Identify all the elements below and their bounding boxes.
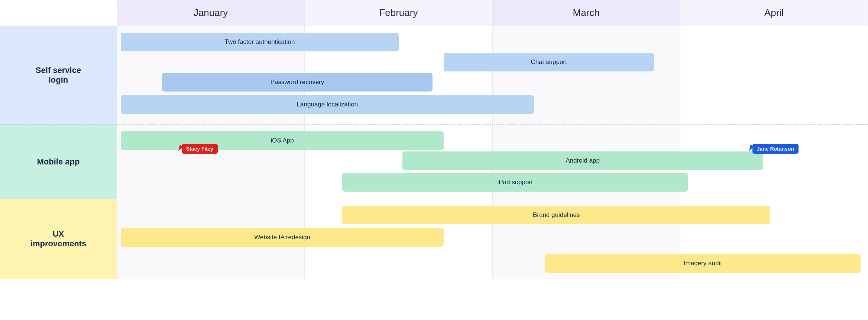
row-ux-improvements: Brand guidelines Website IA redesign Ima… [117,199,868,279]
bar-two-factor-label: Two factor authentication [224,38,295,46]
month-february: February [305,0,492,26]
row-self-service: Two factor authentication Chat support P… [117,26,868,125]
gantt-container: Self servicelogin Mobile app UXimproveme… [0,0,868,320]
bar-chat-support[interactable]: Chat support [444,53,654,71]
bar-website-ia[interactable]: Website IA redesign [121,228,444,247]
row-mobile-app: iOS App Stacy Fitzy Android app iPad sup… [117,125,868,199]
bar-chat-support-label: Chat support [531,58,567,66]
cursor-stacy-fitzy: Stacy Fitzy [177,144,218,154]
month-january: January [117,0,305,26]
bar-language-localization-label: Language localization [297,101,358,108]
bar-password-recovery-label: Password recovery [271,79,324,86]
gantt-chart: January February March April Two factor … [117,0,868,320]
bar-ios-app[interactable]: iOS App [121,131,444,150]
group-label-mobile-app: Mobile app [0,125,117,199]
bar-brand-guidelines[interactable]: Brand guidelines [342,206,770,224]
bar-website-ia-label: Website IA redesign [254,234,310,241]
gantt-labels: Self servicelogin Mobile app UXimproveme… [0,0,117,320]
cursor-jane-rotanson: Jane Rotanson [748,144,799,154]
stacy-cursor-label: Stacy Fitzy [182,144,218,154]
bar-android-app-label: Android app [566,157,600,164]
month-march: March [493,0,680,26]
bar-android-app[interactable]: Android app [402,151,763,170]
month-april: April [680,0,868,26]
jane-cursor-label: Jane Rotanson [752,144,799,154]
bar-brand-guidelines-label: Brand guidelines [533,211,580,219]
bar-language-localization[interactable]: Language localization [121,95,534,114]
bar-ipad-support[interactable]: iPad support [342,173,688,192]
group-label-ux: UXimprovements [0,199,117,279]
bar-imagery-audit-label: Imagery audit [684,260,722,267]
bar-ipad-support-label: iPad support [497,179,532,186]
bar-imagery-audit[interactable]: Imagery audit [545,254,861,273]
bar-two-factor[interactable]: Two factor authentication [121,33,399,51]
bar-ios-app-label: iOS App [271,137,294,144]
month-headers: January February March April [117,0,868,26]
bar-password-recovery[interactable]: Password recovery [162,73,433,92]
label-header [0,0,117,26]
group-label-self-service: Self servicelogin [0,26,117,125]
